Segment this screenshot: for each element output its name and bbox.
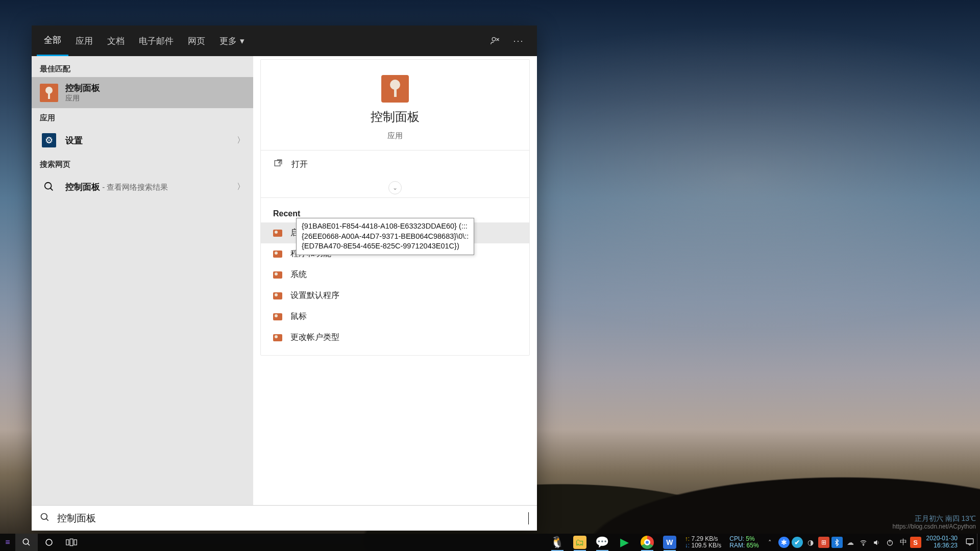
cpu-label: CPU: xyxy=(729,535,744,542)
more-options-icon[interactable]: ··· xyxy=(513,36,524,46)
svg-line-7 xyxy=(28,543,30,545)
control-panel-item-icon xyxy=(273,313,282,320)
tooltip-line: {91BA8E01-F854-4418-A108-E63323DDAE60} (… xyxy=(302,221,469,232)
tab-email[interactable]: 电子邮件 xyxy=(132,26,181,56)
recent-change-account-type[interactable]: 更改帐户类型 xyxy=(261,327,529,348)
start-button[interactable]: ≡ xyxy=(0,534,15,551)
result-title: 设置 xyxy=(65,135,83,146)
web-suffix: - 查看网络搜索结果 xyxy=(100,183,168,191)
search-filter-tabs: 全部 应用 文档 电子邮件 网页 更多 ▾ ··· xyxy=(32,26,537,56)
recent-item-label: 鼠标 xyxy=(290,311,307,322)
power-icon[interactable] xyxy=(885,537,896,548)
tab-apps[interactable]: 应用 xyxy=(68,26,100,56)
search-icon xyxy=(40,512,50,524)
chevron-down-icon: ▾ xyxy=(240,36,244,46)
chevron-right-icon: 〉 xyxy=(237,135,245,146)
svg-point-8 xyxy=(46,539,52,545)
sogou-ime-icon[interactable]: S xyxy=(910,537,921,548)
result-web-search[interactable]: 控制面板 - 查看网络搜索结果 〉 xyxy=(32,172,253,201)
volume-icon[interactable] xyxy=(871,537,883,548)
section-best-match: 最佳匹配 xyxy=(32,59,253,77)
download-arrow-icon: ↓: xyxy=(685,542,690,549)
app-wps[interactable]: W xyxy=(658,534,681,551)
system-tray: ✱ ✔ ◑ ⊞ ☁ xyxy=(777,537,897,548)
clock-time: 16:36:23 xyxy=(934,542,958,549)
recent-item-label: 更改帐户类型 xyxy=(290,332,339,343)
network-monitor[interactable]: ↑: 7.29 KB/s ↓: 109.5 KB/s xyxy=(681,536,725,549)
control-panel-item-icon xyxy=(273,271,282,279)
upload-speed: 7.29 KB/s xyxy=(692,535,718,542)
wifi-icon[interactable] xyxy=(858,537,869,548)
taskbar-clock[interactable]: 2020-01-30 16:36:23 xyxy=(921,535,963,549)
tab-web[interactable]: 网页 xyxy=(181,26,212,56)
download-speed: 109.5 KB/s xyxy=(692,542,722,549)
app-iqiyi[interactable]: ▶ xyxy=(614,534,636,551)
preview-card: 控制面板 应用 打开 ⌄ Recent 启用或关闭 Windows 功能 xyxy=(260,59,530,356)
feedback-icon[interactable] xyxy=(490,36,500,46)
recent-item-label: 系统 xyxy=(290,269,307,280)
cpu-usage: 5% xyxy=(746,535,754,542)
svg-rect-9 xyxy=(66,540,69,545)
tab-all[interactable]: 全部 xyxy=(37,26,68,56)
tooltip-line: {26EE0668-A00A-44D7-9371-BEB064C98683}\0… xyxy=(302,232,469,242)
recent-default-programs[interactable]: 设置默认程序 xyxy=(261,285,529,306)
svg-rect-10 xyxy=(70,539,73,545)
tray-app-2[interactable]: ✔ xyxy=(792,537,803,548)
guid-tooltip: {91BA8E01-F854-4418-A108-E63323DDAE60} (… xyxy=(296,218,474,255)
app-chrome[interactable] xyxy=(636,534,658,551)
chevron-right-icon: 〉 xyxy=(237,182,245,192)
open-icon xyxy=(273,159,283,170)
text-caret xyxy=(528,512,529,524)
svg-point-0 xyxy=(492,37,496,41)
ime-indicator[interactable]: 中 xyxy=(897,538,910,547)
cortana-button[interactable] xyxy=(38,534,60,551)
recent-mouse[interactable]: 鼠标 xyxy=(261,306,529,327)
app-qq[interactable]: 🐧 xyxy=(546,534,569,551)
bluetooth-icon[interactable] xyxy=(831,537,843,548)
svg-rect-15 xyxy=(966,539,973,544)
section-apps: 应用 xyxy=(32,108,253,126)
control-panel-icon xyxy=(381,75,409,103)
taskbar: ≡ 🐧 🗂 💬 ▶ W ↑: 7.29 KB/s ↓: 109.5 KB/s C… xyxy=(0,534,980,551)
result-settings[interactable]: ⚙ 设置 〉 xyxy=(32,126,253,155)
svg-rect-11 xyxy=(74,540,77,545)
show-desktop-button[interactable] xyxy=(977,534,980,551)
tray-overflow-button[interactable]: ˄ xyxy=(763,539,777,546)
app-wechat[interactable]: 💬 xyxy=(591,534,614,551)
tab-more-label: 更多 xyxy=(219,35,237,47)
control-panel-item-icon xyxy=(273,230,282,237)
search-input[interactable] xyxy=(57,513,527,524)
result-control-panel[interactable]: 控制面板 应用 xyxy=(32,77,253,108)
recent-item-label: 设置默认程序 xyxy=(290,290,339,301)
svg-point-1 xyxy=(45,183,52,189)
app-file-explorer[interactable]: 🗂 xyxy=(569,534,591,551)
tab-documents[interactable]: 文档 xyxy=(100,26,132,56)
onedrive-icon[interactable]: ☁ xyxy=(845,537,856,548)
result-title: 控制面板 - 查看网络搜索结果 xyxy=(65,181,168,193)
svg-point-12 xyxy=(863,544,864,545)
system-monitor[interactable]: CPU: 5% RAM: 65% xyxy=(725,536,763,549)
search-input-bar[interactable] xyxy=(32,505,537,531)
clock-date: 2020-01-30 xyxy=(926,535,958,542)
section-web: 搜索网页 xyxy=(32,155,253,172)
result-title: 控制面板 xyxy=(65,82,100,94)
open-action[interactable]: 打开 xyxy=(271,151,519,178)
recent-system[interactable]: 系统 xyxy=(261,264,529,285)
svg-point-6 xyxy=(23,539,29,544)
desktop-watermark: 正月初六 南四 13℃ https://blog.csdn.net/ACpyth… xyxy=(893,514,976,531)
watermark-url: https://blog.csdn.net/ACpython xyxy=(893,523,976,531)
tab-more[interactable]: 更多 ▾ xyxy=(212,26,252,56)
svg-line-5 xyxy=(46,518,48,520)
taskbar-search-button[interactable] xyxy=(15,534,38,551)
svg-point-4 xyxy=(41,513,47,519)
search-icon xyxy=(40,178,58,196)
web-query: 控制面板 xyxy=(65,182,100,192)
tray-app-3[interactable]: ⊞ xyxy=(818,537,829,548)
expand-actions-button[interactable]: ⌄ xyxy=(388,181,402,194)
tray-steam-icon[interactable]: ◑ xyxy=(805,537,816,548)
settings-icon: ⚙ xyxy=(40,131,58,149)
action-center-button[interactable] xyxy=(963,537,977,548)
tray-app-1[interactable]: ✱ xyxy=(778,537,790,548)
search-results-list: 最佳匹配 控制面板 应用 应用 ⚙ 设置 〉 搜索网页 xyxy=(32,56,253,505)
task-view-button[interactable] xyxy=(60,534,83,551)
